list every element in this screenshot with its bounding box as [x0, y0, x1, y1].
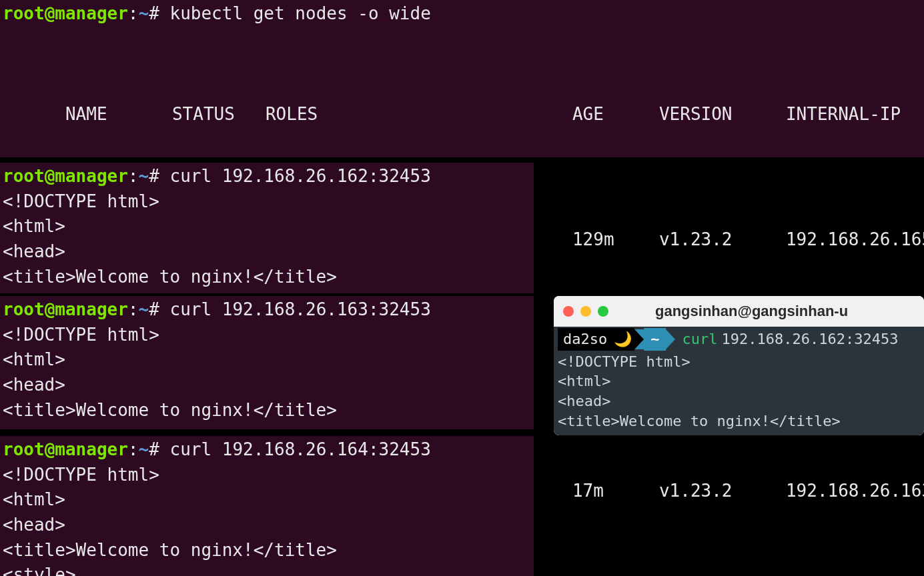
prompt-line: root@manager:~# curl 192.168.26.162:3245… — [3, 164, 531, 189]
col-header-version: VERSION — [659, 102, 786, 127]
output-line: <!DOCTYPE html> — [3, 463, 531, 488]
output-line: <title>Welcome to nginx!</title> — [3, 265, 531, 290]
mac-command-arg: 192.168.26.162:32453 — [721, 329, 898, 349]
powerline-separator-icon — [634, 329, 644, 349]
output-line: <!DOCTYPE html> — [3, 323, 531, 348]
col-header-status: STATUS — [172, 102, 266, 127]
maximize-icon[interactable] — [598, 306, 608, 317]
moon-icon: 🌙 — [614, 328, 634, 351]
output-line: <html> — [558, 371, 920, 391]
terminal-panel-curl-3[interactable]: root@manager:~# curl 192.168.26.164:3245… — [0, 436, 534, 576]
output-line: <!DOCTYPE html> — [558, 352, 920, 372]
mac-command: curl — [682, 329, 717, 349]
output-line: <head> — [3, 513, 531, 538]
output-line: <title>Welcome to nginx!</title> — [3, 398, 531, 423]
col-header-age: AGE — [572, 102, 659, 127]
output-line: <html> — [3, 347, 531, 373]
prompt-segment-path: ~ — [644, 328, 666, 351]
prompt-line: root@manager:~# curl 192.168.26.164:3245… — [3, 437, 531, 463]
prompt-line: root@manager:~# curl 192.168.26.163:3245… — [3, 297, 531, 323]
prompt-hash: # — [149, 3, 159, 23]
col-header-name: NAME — [65, 102, 172, 127]
output-line: <head> — [3, 239, 531, 265]
output-line: <title>Welcome to nginx!</title> — [3, 538, 531, 563]
output-line: <!DOCTYPE html> — [3, 189, 531, 215]
terminal-panel-curl-1[interactable]: root@manager:~# curl 192.168.26.162:3245… — [0, 163, 534, 293]
output-line: <head> — [3, 373, 531, 398]
terminal-panel-kubectl[interactable]: root@manager:~# kubectl get nodes -o wid… — [0, 0, 924, 157]
prompt-path: ~ — [139, 3, 149, 23]
powerline-separator-icon — [666, 329, 675, 349]
mac-terminal-body[interactable]: da2so 🌙 ~ curl 192.168.26.162:32453 <!DO… — [554, 327, 924, 435]
prompt-colon: : — [128, 3, 139, 23]
output-line: <html> — [3, 487, 531, 513]
prompt-line: root@manager:~# kubectl get nodes -o wid… — [3, 1, 921, 27]
output-line: <title>Welcome to nginx!</title> — [558, 411, 920, 431]
mac-terminal-window[interactable]: gangsinhan@gangsinhan-u da2so 🌙 ~ curl 1… — [554, 296, 924, 435]
prompt-host: manager — [55, 3, 128, 23]
output-line: <html> — [3, 214, 531, 239]
col-header-roles: ROLES — [266, 102, 572, 127]
window-title: gangsinhan@gangsinhan-u — [655, 301, 848, 322]
table-header-row: NAMESTATUSROLESAGEVERSIONINTERNAL-IP — [3, 77, 921, 152]
close-icon[interactable] — [563, 306, 574, 317]
command-text: curl 192.168.26.164:32453 — [169, 439, 430, 459]
output-line: <style> — [3, 563, 531, 576]
mac-prompt-line: da2so 🌙 ~ curl 192.168.26.162:32453 — [558, 328, 920, 351]
mac-titlebar[interactable]: gangsinhan@gangsinhan-u — [554, 296, 924, 327]
terminal-panel-curl-2[interactable]: root@manager:~# curl 192.168.26.163:3245… — [0, 296, 534, 429]
command-text: curl 192.168.26.163:32453 — [169, 299, 430, 319]
prompt-user: root — [3, 3, 45, 23]
prompt-segment-name: da2so — [558, 328, 614, 351]
minimize-icon[interactable] — [580, 306, 591, 317]
prompt-at: @ — [45, 3, 55, 23]
col-header-internal-ip: INTERNAL-IP — [786, 102, 901, 127]
command-text: curl 192.168.26.162:32453 — [169, 166, 430, 186]
output-line: <head> — [558, 391, 920, 411]
command-text: kubectl get nodes -o wide — [169, 3, 430, 23]
